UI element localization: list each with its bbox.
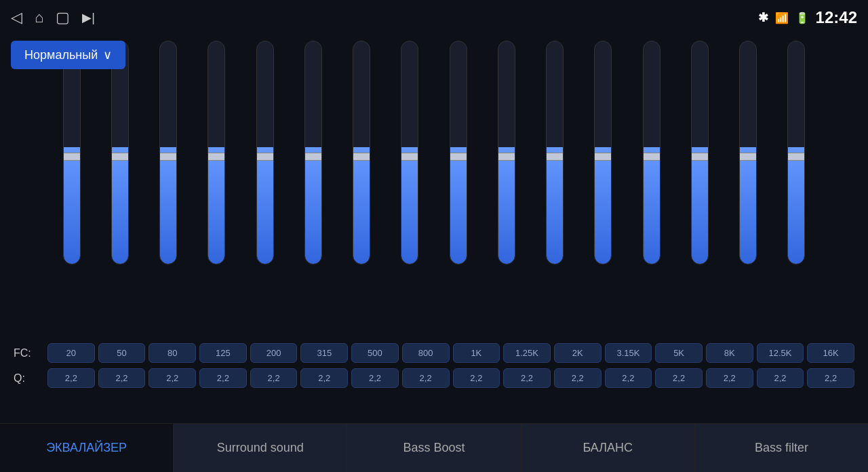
q-btn-1[interactable]: 2,2 (98, 368, 146, 388)
q-btn-12[interactable]: 2,2 (655, 368, 703, 388)
slider-thumb-125[interactable] (208, 153, 225, 161)
slider-track-8K[interactable] (691, 41, 709, 264)
slider-wrap-8K (675, 41, 724, 340)
slider-wrap-800 (386, 41, 434, 340)
q-btn-7[interactable]: 2,2 (402, 368, 450, 388)
slider-fill-200 (257, 147, 273, 264)
q-btn-10[interactable]: 2,2 (554, 368, 601, 388)
slider-fill-5K (644, 147, 660, 264)
freq-btn-12.5K[interactable]: 12.5K (757, 343, 804, 363)
freq-btn-1.25K[interactable]: 1.25K (503, 343, 551, 363)
slider-track-800[interactable] (401, 41, 418, 264)
slider-track-500[interactable] (353, 41, 370, 264)
q-btn-8[interactable]: 2,2 (453, 368, 500, 388)
slider-track-200[interactable] (256, 41, 274, 264)
slider-wrap-1K (434, 41, 482, 340)
preset-area: Нормальный ∨ (11, 41, 125, 69)
freq-btn-3.15K[interactable]: 3.15K (605, 343, 652, 363)
slider-thumb-315[interactable] (304, 153, 322, 161)
freq-btn-200[interactable]: 200 (250, 343, 298, 363)
frequency-buttons: 2050801252003155008001K1.25K2K3.15K5K8K1… (47, 343, 854, 363)
slider-thumb-50[interactable] (111, 153, 129, 161)
freq-btn-80[interactable]: 80 (149, 343, 196, 363)
preset-button[interactable]: Нормальный ∨ (11, 41, 125, 69)
slider-thumb-800[interactable] (401, 153, 418, 161)
slider-fill-16K (788, 147, 804, 264)
q-btn-4[interactable]: 2,2 (250, 368, 298, 388)
wifi-icon: 📶 (775, 12, 789, 24)
q-btn-11[interactable]: 2,2 (605, 368, 652, 388)
q-btn-0[interactable]: 2,2 (47, 368, 95, 388)
slider-thumb-1K[interactable] (450, 153, 467, 161)
freq-btn-1K[interactable]: 1K (453, 343, 500, 363)
media-icon[interactable]: ▶| (82, 10, 95, 25)
slider-thumb-16K[interactable] (787, 153, 805, 161)
slider-fill-20 (64, 147, 80, 264)
slider-thumb-2K[interactable] (546, 153, 564, 161)
freq-btn-50[interactable]: 50 (98, 343, 146, 363)
slider-fill-800 (401, 147, 418, 264)
slider-wrap-16K (772, 41, 821, 340)
freq-btn-125[interactable]: 125 (199, 343, 247, 363)
freq-btn-20[interactable]: 20 (47, 343, 95, 363)
slider-track-1.25K[interactable] (498, 41, 515, 264)
tab-bass-boost[interactable]: Bass Boost (347, 424, 521, 472)
slider-thumb-200[interactable] (256, 153, 274, 161)
sliders-row (7, 35, 861, 340)
freq-btn-5K[interactable]: 5K (655, 343, 703, 363)
freq-btn-2K[interactable]: 2K (554, 343, 601, 363)
slider-track-16K[interactable] (787, 41, 805, 264)
slider-track-20[interactable] (63, 41, 81, 264)
q-btn-14[interactable]: 2,2 (757, 368, 804, 388)
slider-thumb-5K[interactable] (643, 153, 660, 161)
q-btn-9[interactable]: 2,2 (503, 368, 551, 388)
slider-track-80[interactable] (159, 41, 177, 264)
slider-track-125[interactable] (208, 41, 225, 264)
nav-controls: ◁ ⌂ ▢ ▶| (11, 9, 95, 26)
slider-track-315[interactable] (304, 41, 322, 264)
slider-track-3.15K[interactable] (594, 41, 612, 264)
slider-fill-315 (305, 147, 321, 264)
tab-эквалайзер[interactable]: ЭКВАЛАЙЗЕР (0, 424, 174, 472)
slider-track-2K[interactable] (546, 41, 564, 264)
q-btn-13[interactable]: 2,2 (706, 368, 753, 388)
tab-bass-filter[interactable]: Bass filter (695, 424, 868, 472)
freq-btn-8K[interactable]: 8K (706, 343, 753, 363)
freq-btn-500[interactable]: 500 (351, 343, 399, 363)
slider-fill-3.15K (595, 147, 611, 264)
slider-thumb-3.15K[interactable] (594, 153, 612, 161)
slider-thumb-80[interactable] (159, 153, 177, 161)
freq-btn-16K[interactable]: 16K (807, 343, 854, 363)
slider-thumb-12.5K[interactable] (739, 153, 757, 161)
freq-btn-800[interactable]: 800 (402, 343, 450, 363)
slider-track-12.5K[interactable] (739, 41, 757, 264)
slider-wrap-500 (338, 41, 386, 340)
slider-thumb-500[interactable] (353, 153, 370, 161)
slider-track-5K[interactable] (643, 41, 660, 264)
tab-bar: ЭКВАЛАЙЗЕРSurround soundBass BoostБАЛАНС… (0, 423, 868, 472)
slider-wrap-125 (193, 41, 241, 340)
q-btn-2[interactable]: 2,2 (149, 368, 196, 388)
tab-баланс[interactable]: БАЛАНС (521, 424, 695, 472)
slider-track-50[interactable] (111, 41, 129, 264)
slider-fill-125 (208, 147, 224, 264)
tab-surround-sound[interactable]: Surround sound (174, 424, 347, 472)
freq-btn-315[interactable]: 315 (300, 343, 348, 363)
slider-wrap-200 (241, 41, 289, 340)
q-btn-15[interactable]: 2,2 (807, 368, 854, 388)
window-icon[interactable]: ▢ (56, 9, 70, 26)
home-icon[interactable]: ⌂ (35, 9, 43, 26)
q-btn-3[interactable]: 2,2 (199, 368, 247, 388)
slider-thumb-20[interactable] (63, 153, 81, 161)
fc-label: FC: (14, 347, 47, 359)
q-row: Q: 2,22,22,22,22,22,22,22,22,22,22,22,22… (7, 366, 861, 391)
q-btn-6[interactable]: 2,2 (351, 368, 399, 388)
slider-wrap-1.25K (482, 41, 530, 340)
q-btn-5[interactable]: 2,2 (300, 368, 348, 388)
slider-thumb-8K[interactable] (691, 153, 709, 161)
slider-fill-1.25K (498, 147, 515, 264)
q-buttons: 2,22,22,22,22,22,22,22,22,22,22,22,22,22… (47, 368, 854, 388)
slider-track-1K[interactable] (450, 41, 467, 264)
slider-thumb-1.25K[interactable] (498, 153, 515, 161)
back-icon[interactable]: ◁ (11, 9, 22, 26)
